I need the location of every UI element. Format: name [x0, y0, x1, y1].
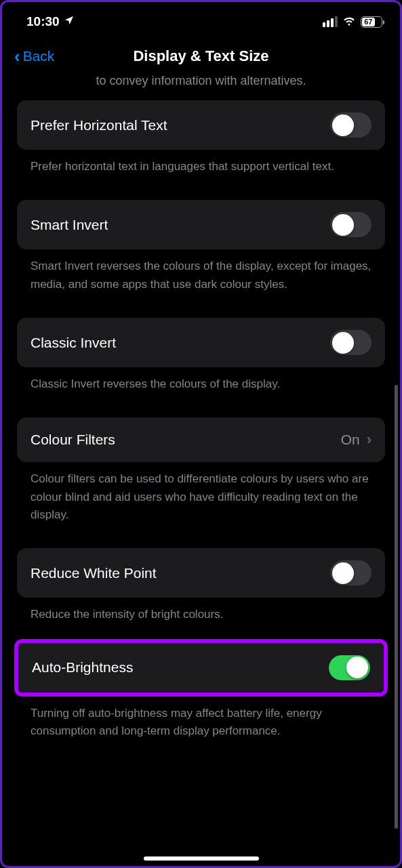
status-right: 67 [323, 14, 382, 29]
footer-auto-brightness: Turning off auto-brightness may affect b… [17, 697, 385, 756]
footer-colour-filters: Colour filters can be used to differenti… [17, 462, 385, 539]
scroll-indicator[interactable] [395, 385, 398, 829]
toggle-prefer-horizontal-text[interactable] [330, 112, 371, 138]
row-reduce-white-point[interactable]: Reduce White Point [17, 548, 385, 598]
footer-smart-invert: Smart Invert reverses the colours of the… [17, 249, 385, 308]
wifi-icon [342, 14, 356, 29]
status-bar: 10:30 67 [2, 2, 400, 36]
status-time: 10:30 [26, 14, 60, 29]
row-classic-invert[interactable]: Classic Invert [17, 318, 385, 367]
toggle-reduce-white-point[interactable] [330, 560, 371, 585]
back-button[interactable]: ‹ Back [14, 47, 54, 65]
label-reduce-white-point: Reduce White Point [31, 565, 157, 581]
toggle-smart-invert[interactable] [330, 212, 371, 237]
row-right-colour-filters: On › [341, 431, 371, 449]
label-classic-invert: Classic Invert [31, 335, 116, 351]
label-auto-brightness: Auto-Brightness [32, 659, 133, 676]
nav-bar: ‹ Back Display & Text Size [2, 36, 400, 77]
row-auto-brightness[interactable]: Auto-Brightness [18, 643, 384, 693]
row-prefer-horizontal-text[interactable]: Prefer Horizontal Text [17, 100, 385, 150]
row-colour-filters[interactable]: Colour Filters On › [17, 417, 385, 462]
highlight-auto-brightness: Auto-Brightness [14, 639, 388, 697]
settings-list: Prefer Horizontal Text Prefer horizontal… [2, 100, 400, 755]
toggle-classic-invert[interactable] [330, 330, 371, 355]
chevron-left-icon: ‹ [14, 47, 20, 65]
value-colour-filters: On [341, 432, 360, 448]
label-smart-invert: Smart Invert [31, 217, 108, 233]
battery-icon: 67 [361, 16, 382, 28]
toggle-auto-brightness[interactable] [329, 655, 370, 680]
label-prefer-horizontal-text: Prefer Horizontal Text [31, 117, 167, 133]
location-icon [64, 15, 75, 29]
row-smart-invert[interactable]: Smart Invert [17, 200, 385, 249]
battery-level: 67 [362, 18, 375, 26]
cellular-signal-icon [323, 16, 338, 27]
label-colour-filters: Colour Filters [31, 432, 115, 448]
status-left: 10:30 [26, 14, 75, 29]
footer-reduce-white-point: Reduce the intensity of bright colours. [17, 598, 385, 638]
truncated-prev-footer: to convey information with alternatives. [2, 74, 400, 100]
footer-classic-invert: Classic Invert reverses the colours of t… [17, 367, 385, 408]
footer-prefer-horizontal-text: Prefer horizontal text in languages that… [17, 150, 385, 190]
chevron-right-icon: › [367, 431, 371, 449]
page-title: Display & Text Size [133, 47, 268, 65]
home-indicator[interactable] [144, 856, 259, 861]
back-label: Back [23, 48, 55, 64]
